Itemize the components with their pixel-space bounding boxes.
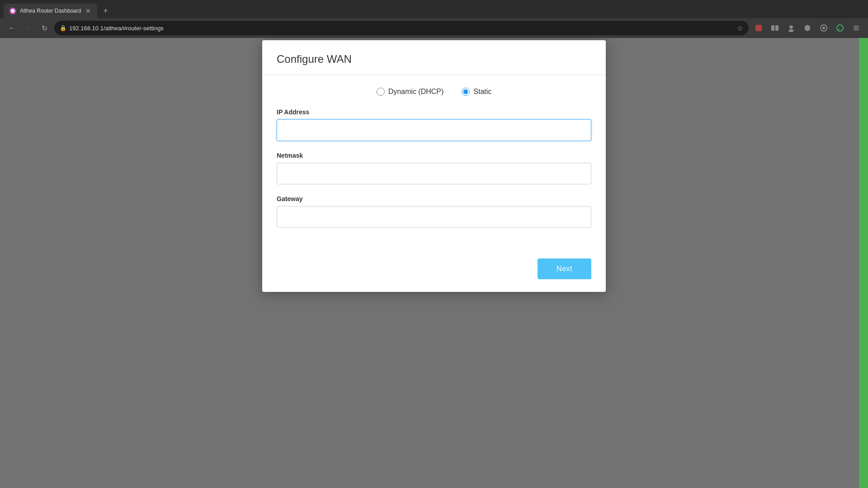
tab-favicon — [9, 7, 16, 14]
svg-point-0 — [10, 9, 15, 13]
extension-icon-2[interactable]: u — [834, 22, 846, 34]
modal-overlay: Configure WAN Dynamic (DHCP) Static — [0, 38, 868, 488]
netmask-input[interactable] — [277, 163, 591, 184]
static-label: Static — [473, 88, 491, 96]
modal-footer: Next — [262, 251, 606, 292]
profile-icon[interactable] — [785, 22, 797, 34]
shield-icon[interactable] — [801, 22, 814, 34]
svg-point-7 — [822, 27, 825, 29]
ip-address-label: IP Address — [277, 108, 591, 116]
static-radio[interactable] — [462, 88, 470, 96]
netmask-label: Netmask — [277, 152, 591, 159]
menu-button[interactable] — [850, 22, 863, 34]
browser-chrome: Althea Router Dashboard ✕ + ← → ↻ 🔒 192.… — [0, 0, 868, 38]
next-button[interactable]: Next — [538, 258, 591, 279]
gateway-label: Gateway — [277, 195, 591, 202]
modal-body: Dynamic (DHCP) Static IP Address Netmask — [262, 75, 606, 251]
static-option[interactable]: Static — [462, 88, 491, 96]
connection-type-radio-group: Dynamic (DHCP) Static — [277, 88, 591, 96]
address-bar[interactable]: 🔒 192.168.10.1/althea/#router-settings ☆ — [54, 21, 749, 35]
forward-button[interactable]: → — [22, 22, 34, 34]
configure-wan-modal: Configure WAN Dynamic (DHCP) Static — [262, 40, 606, 292]
dynamic-dhcp-radio[interactable] — [377, 88, 385, 96]
nav-right-icons: u — [752, 22, 863, 34]
security-icon: 🔒 — [60, 25, 66, 31]
nav-bar: ← → ↻ 🔒 192.168.10.1/althea/#router-sett… — [0, 18, 868, 38]
new-tab-button[interactable]: + — [99, 5, 112, 17]
svg-rect-1 — [755, 25, 762, 31]
netmask-group: Netmask — [277, 152, 591, 184]
svg-rect-12 — [854, 29, 859, 30]
tab-title: Althea Router Dashboard — [20, 8, 81, 14]
svg-rect-3 — [775, 25, 778, 31]
reader-view-icon[interactable] — [769, 22, 781, 34]
tab-close-button[interactable]: ✕ — [85, 7, 92, 14]
modal-title: Configure WAN — [277, 53, 591, 66]
dynamic-dhcp-label: Dynamic (DHCP) — [388, 88, 444, 96]
page-content: 1 2 3 Configure WAN Dynamic — [0, 38, 868, 488]
svg-rect-10 — [854, 26, 859, 27]
ip-address-input[interactable] — [277, 119, 591, 141]
url-text: 192.168.10.1/althea/#router-settings — [69, 25, 734, 32]
green-accent-bar — [859, 38, 868, 488]
ip-address-group: IP Address — [277, 108, 591, 141]
svg-rect-11 — [854, 28, 859, 28]
bookmark-icon[interactable]: ☆ — [737, 24, 743, 33]
svg-point-5 — [788, 29, 794, 32]
active-tab[interactable]: Althea Router Dashboard ✕ — [4, 4, 97, 18]
back-button[interactable]: ← — [5, 22, 18, 34]
gateway-input[interactable] — [277, 206, 591, 228]
dynamic-dhcp-option[interactable]: Dynamic (DHCP) — [377, 88, 444, 96]
svg-rect-2 — [771, 25, 774, 31]
svg-text:u: u — [838, 27, 840, 31]
modal-header: Configure WAN — [262, 40, 606, 75]
reload-button[interactable]: ↻ — [38, 22, 51, 34]
gateway-group: Gateway — [277, 195, 591, 228]
svg-point-4 — [789, 25, 793, 29]
tab-bar: Althea Router Dashboard ✕ + — [0, 0, 868, 18]
extension-icon-1[interactable] — [817, 22, 830, 34]
pocket-icon[interactable] — [752, 22, 765, 34]
